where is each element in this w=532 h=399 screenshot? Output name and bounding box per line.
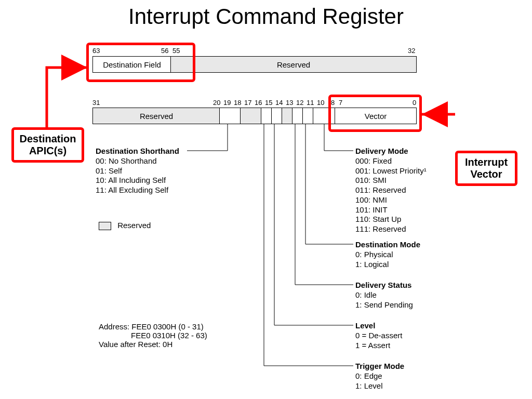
bit-label-10: 10 bbox=[317, 99, 324, 107]
field-reserved-high: Reserved bbox=[170, 56, 417, 73]
field-bits-17-16 bbox=[240, 108, 262, 124]
bit-label-31: 31 bbox=[92, 99, 100, 107]
bit-label-0: 0 bbox=[413, 99, 416, 107]
desc-destination-shorthand-hd: Destination Shorthand bbox=[96, 147, 200, 156]
address-block: Address: FEE0 0300H (0 - 31) FEE0 0310H … bbox=[99, 322, 207, 349]
field-reserved-31-20: Reserved bbox=[92, 108, 220, 124]
bit-label-8: 8 bbox=[331, 99, 335, 107]
bit-label-18: 18 bbox=[234, 99, 241, 107]
legend-label: Reserved bbox=[117, 221, 151, 230]
callout-destination-apics-text: Destination APIC(s) bbox=[20, 133, 76, 156]
callout-interrupt-vector: Interrupt Vector bbox=[455, 151, 517, 186]
bit-label-16: 16 bbox=[255, 99, 262, 107]
field-bit-15 bbox=[261, 108, 272, 124]
bit-label-17: 17 bbox=[244, 99, 251, 107]
field-bits-10-8 bbox=[313, 108, 336, 124]
field-bit-11 bbox=[302, 108, 314, 124]
bit-label-13: 13 bbox=[286, 99, 293, 107]
address-line-2: FEE0 0310H (32 - 63) bbox=[99, 331, 207, 340]
desc-level: Level 0 = De-assert 1 = Assert bbox=[355, 321, 402, 350]
field-bit-13 bbox=[282, 108, 293, 124]
field-bits-19-18 bbox=[219, 108, 241, 124]
desc-destination-shorthand: Destination Shorthand 00: No Shorthand 0… bbox=[96, 147, 200, 195]
address-line-1: Address: FEE0 0300H (0 - 31) bbox=[99, 322, 207, 331]
legend-reserved: Reserved bbox=[99, 221, 151, 230]
callout-destination-apics: Destination APIC(s) bbox=[11, 127, 84, 163]
desc-delivery-mode: Delivery Mode 000: Fixed 001: Lowest Pri… bbox=[355, 147, 464, 234]
desc-delivery-status: Delivery Status 0: Idle 1: Send Pending bbox=[355, 281, 413, 310]
desc-trigger-mode: Trigger Mode 0: Edge 1: Level bbox=[355, 362, 404, 391]
bit-label-56: 56 bbox=[161, 47, 168, 55]
reset-value: Value after Reset: 0H bbox=[99, 340, 207, 349]
bit-label-20: 20 bbox=[213, 99, 220, 107]
bit-label-12: 12 bbox=[296, 99, 303, 107]
bit-label-15: 15 bbox=[265, 99, 272, 107]
field-bit-12 bbox=[292, 108, 303, 124]
bit-label-55: 55 bbox=[172, 47, 180, 55]
bit-label-14: 14 bbox=[275, 99, 283, 107]
field-destination: Destination Field bbox=[92, 56, 171, 73]
field-bit-14 bbox=[271, 108, 283, 124]
bit-label-32: 32 bbox=[408, 47, 415, 55]
desc-delivery-mode-hd: Delivery Mode bbox=[355, 147, 464, 156]
bit-label-11: 11 bbox=[307, 99, 314, 107]
bit-label-63: 63 bbox=[92, 47, 100, 55]
bit-label-19: 19 bbox=[223, 99, 231, 107]
bit-label-7: 7 bbox=[339, 99, 342, 107]
legend-swatch bbox=[99, 222, 111, 230]
page-title: Interrupt Command Register bbox=[0, 4, 532, 29]
desc-destination-mode: Destination Mode 0: Physical 1: Logical bbox=[355, 240, 420, 269]
field-vector: Vector bbox=[335, 108, 417, 124]
callout-interrupt-vector-text: Interrupt Vector bbox=[465, 156, 508, 180]
